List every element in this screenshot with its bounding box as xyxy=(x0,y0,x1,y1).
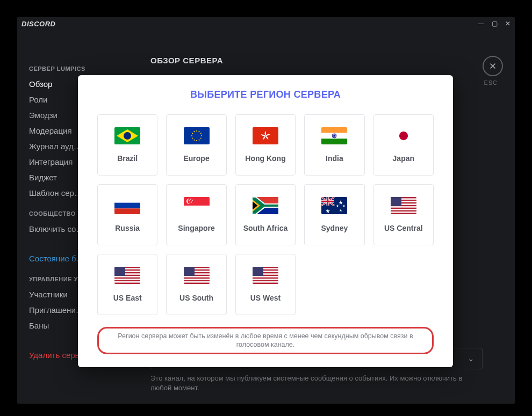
flag-sydney-icon xyxy=(321,197,347,214)
flag-ussouth-icon xyxy=(184,267,210,284)
region-label: US West xyxy=(250,294,281,302)
region-label: Europe xyxy=(183,154,209,163)
svg-rect-98 xyxy=(253,281,278,282)
flag-hongkong-icon xyxy=(253,127,278,144)
region-option-russia[interactable]: Russia xyxy=(97,184,157,245)
page-title: ОБЗОР СЕРВЕРА xyxy=(150,56,502,65)
region-label: India xyxy=(326,154,343,163)
region-option-useast[interactable]: US East xyxy=(97,254,157,315)
window-controls: — ▢ ✕ xyxy=(478,20,511,27)
svg-rect-51 xyxy=(184,206,210,214)
svg-point-4 xyxy=(196,130,197,132)
region-option-singapore[interactable]: Singapore xyxy=(166,184,226,245)
flag-uscentral-icon xyxy=(391,197,416,214)
region-grid: BrazilEuropeHong KongIndiaJapanRussiaSin… xyxy=(97,114,434,315)
region-label: Singapore xyxy=(178,224,214,232)
svg-point-9 xyxy=(198,140,199,141)
svg-rect-99 xyxy=(253,267,263,276)
svg-rect-3 xyxy=(184,127,210,144)
svg-point-7 xyxy=(200,135,202,136)
svg-point-57 xyxy=(189,202,190,203)
region-option-europe[interactable]: Europe xyxy=(166,114,226,176)
svg-rect-89 xyxy=(184,279,210,280)
region-option-ussouth[interactable]: US South xyxy=(166,254,226,315)
svg-rect-83 xyxy=(114,267,125,276)
svg-rect-48 xyxy=(114,203,140,209)
region-label: US Central xyxy=(384,224,423,232)
region-option-uswest[interactable]: US West xyxy=(235,254,296,315)
brand-logo: DISCORD xyxy=(21,20,55,28)
region-label: Sydney xyxy=(321,224,348,232)
close-window-button[interactable]: ✕ xyxy=(505,20,511,27)
svg-rect-90 xyxy=(184,281,210,282)
flag-brazil-icon xyxy=(114,127,140,144)
region-label: US East xyxy=(113,294,142,302)
close-icon xyxy=(488,62,497,70)
region-label: South Africa xyxy=(243,224,288,232)
svg-rect-72 xyxy=(391,206,416,207)
svg-rect-74 xyxy=(391,211,416,213)
svg-rect-97 xyxy=(253,279,278,280)
maximize-button[interactable]: ▢ xyxy=(492,20,498,27)
svg-rect-88 xyxy=(184,276,210,277)
region-option-japan[interactable]: Japan xyxy=(373,114,434,176)
svg-point-5 xyxy=(198,131,199,132)
server-region-modal: ВЫБЕРИТЕ РЕГИОН СЕРВЕРА BrazilEuropeHong… xyxy=(78,75,453,367)
minimize-button[interactable]: — xyxy=(478,20,484,27)
region-option-sydney[interactable]: Sydney xyxy=(304,184,364,245)
svg-rect-82 xyxy=(114,281,140,282)
esc-label: ESC xyxy=(484,79,498,86)
close-settings-button[interactable] xyxy=(483,56,503,76)
modal-title: ВЫБЕРИТЕ РЕГИОН СЕРВЕРА xyxy=(97,89,434,100)
region-option-uscentral[interactable]: US Central xyxy=(373,184,434,245)
svg-rect-47 xyxy=(114,197,140,203)
svg-rect-17 xyxy=(321,127,347,133)
svg-rect-49 xyxy=(114,208,140,214)
svg-point-10 xyxy=(196,140,197,141)
region-option-hongkong[interactable]: Hong Kong xyxy=(235,114,296,176)
region-label: Hong Kong xyxy=(245,154,285,163)
flag-uswest-icon xyxy=(253,267,278,284)
flag-japan-icon xyxy=(391,127,416,144)
sidebar-heading-server: СЕРВЕР LUMPICS xyxy=(29,65,131,72)
flag-singapore-icon xyxy=(184,197,210,214)
titlebar: DISCORD — ▢ ✕ xyxy=(17,17,515,30)
svg-point-54 xyxy=(190,199,191,200)
region-label: Brazil xyxy=(117,154,138,163)
region-notice: Регион сервера может быть изменён в любо… xyxy=(111,332,420,349)
svg-rect-19 xyxy=(321,138,347,144)
region-option-southafrica[interactable]: South Africa xyxy=(235,184,296,245)
region-option-india[interactable]: India xyxy=(304,114,364,176)
svg-point-2 xyxy=(124,132,131,140)
svg-point-8 xyxy=(200,137,201,138)
svg-point-11 xyxy=(193,140,195,141)
svg-point-46 xyxy=(399,132,408,140)
chevron-down-icon: ⌄ xyxy=(468,354,475,363)
svg-rect-75 xyxy=(391,197,401,206)
system-messages-description: Это канал, на котором мы публикуем систе… xyxy=(150,374,483,393)
svg-point-53 xyxy=(188,199,193,204)
svg-rect-91 xyxy=(184,267,195,276)
region-option-brazil[interactable]: Brazil xyxy=(97,114,157,176)
region-notice-highlight: Регион сервера может быть изменён в любо… xyxy=(97,327,434,354)
svg-point-55 xyxy=(192,200,193,201)
svg-point-58 xyxy=(191,202,192,203)
svg-point-6 xyxy=(200,133,201,134)
svg-point-15 xyxy=(193,131,195,132)
flag-useast-icon xyxy=(114,267,140,284)
svg-point-13 xyxy=(191,135,192,136)
svg-rect-96 xyxy=(253,276,278,277)
svg-rect-80 xyxy=(114,276,140,277)
flag-india-icon xyxy=(321,127,347,144)
svg-rect-81 xyxy=(114,279,140,280)
svg-point-14 xyxy=(192,133,193,134)
region-label: US South xyxy=(179,294,213,302)
region-label: Japan xyxy=(393,154,414,163)
svg-point-56 xyxy=(189,200,190,201)
svg-point-12 xyxy=(192,137,193,138)
flag-europe-icon xyxy=(184,127,210,144)
region-label: Russia xyxy=(115,224,140,232)
svg-rect-73 xyxy=(391,209,416,210)
flag-southafrica-icon xyxy=(253,197,278,214)
flag-russia-icon xyxy=(114,197,140,214)
